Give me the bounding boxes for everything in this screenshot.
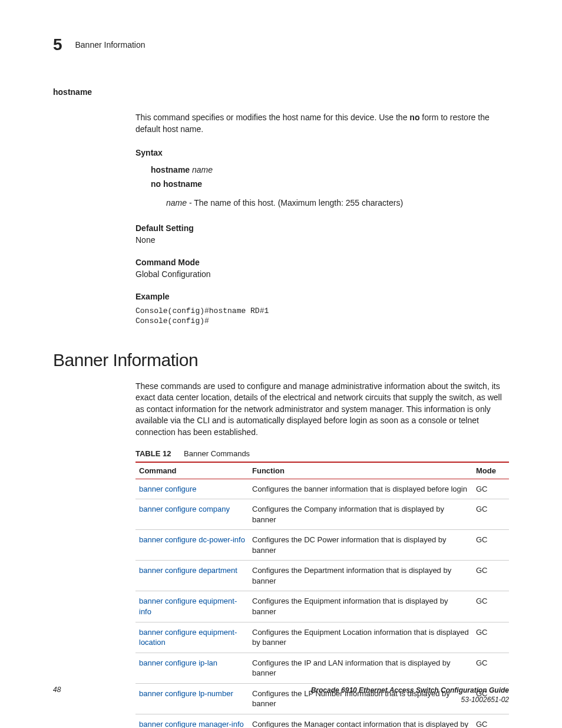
col-mode: Mode <box>472 462 509 479</box>
command-link[interactable]: banner configure manager-info <box>139 720 244 728</box>
cell-function: Configures the Manager contact informati… <box>249 714 472 728</box>
cell-function: Configures the banner information that i… <box>249 479 472 499</box>
cell-function: Configures the Department information th… <box>249 561 472 591</box>
cell-function: Configures the Equipment Location inform… <box>249 622 472 653</box>
doc-number: 53-1002651-02 <box>461 696 509 704</box>
page-header: 5 Banner Information <box>53 35 509 54</box>
mode-value: Global Configuration <box>135 269 509 279</box>
table-row: banner configure departmentConfigures th… <box>135 561 509 591</box>
cell-mode: GC <box>472 479 509 499</box>
section-intro: These commands are used to configure and… <box>135 381 509 439</box>
page-number: 48 <box>53 686 61 694</box>
mode-label: Command Mode <box>135 258 509 267</box>
cell-function: Configures the Equipment information tha… <box>249 591 472 622</box>
syntax-arg-desc: name - The name of this host. (Maximum l… <box>166 196 509 210</box>
table-row: banner configure equipment-infoConfigure… <box>135 591 509 622</box>
cell-command: banner configure <box>135 479 249 499</box>
syntax-cmd: hostname <box>151 165 190 174</box>
command-link[interactable]: banner configure <box>139 485 197 493</box>
hostname-block: This command specifies or modifies the h… <box>135 112 509 327</box>
table-row: banner configure dc-power-infoConfigures… <box>135 530 509 561</box>
table-row: banner configure companyConfigures the C… <box>135 499 509 530</box>
command-link[interactable]: banner configure dc-power-info <box>139 535 245 544</box>
arg-rest: - The name of this host. (Maximum length… <box>187 198 403 207</box>
command-title-hostname: hostname <box>53 87 509 97</box>
doc-title: Brocade 6910 Ethernet Access Switch Conf… <box>311 686 509 694</box>
cell-command: banner configure dc-power-info <box>135 530 249 561</box>
col-function: Function <box>249 462 472 479</box>
cell-command: banner configure equipment-location <box>135 622 249 653</box>
table-row: banner configure manager-infoConfigures … <box>135 714 509 728</box>
example-code: Console(config)#hostname RD#1 Console(co… <box>135 306 509 327</box>
chapter-number: 5 <box>53 35 62 54</box>
cell-mode: GC <box>472 561 509 591</box>
command-link[interactable]: banner configure company <box>139 505 230 513</box>
table-header-row: Command Function Mode <box>135 462 509 479</box>
table-label: TABLE 12 <box>135 449 171 458</box>
cell-mode: GC <box>472 622 509 653</box>
table-caption-text: Banner Commands <box>184 449 250 458</box>
syntax-label: Syntax <box>135 148 509 157</box>
default-value: None <box>135 235 509 245</box>
text: This command specifies or modifies the h… <box>135 113 409 122</box>
cell-command: banner configure company <box>135 499 249 530</box>
doc-id: Brocade 6910 Ethernet Access Switch Conf… <box>311 686 509 704</box>
cell-mode: GC <box>472 530 509 561</box>
breadcrumb: Banner Information <box>75 40 145 50</box>
table-caption: TABLE 12 Banner Commands <box>135 449 509 458</box>
table-row: banner configure ip-lanConfigures the IP… <box>135 653 509 683</box>
table-row: banner configure equipment-locationConfi… <box>135 622 509 653</box>
cell-function: Configures the DC Power information that… <box>249 530 472 561</box>
section-body: These commands are used to configure and… <box>135 381 509 728</box>
arg-name: name <box>166 198 187 207</box>
hostname-desc: This command specifies or modifies the h… <box>135 112 509 135</box>
cell-command: banner configure equipment-info <box>135 591 249 622</box>
cell-function: Configures the Company information that … <box>249 499 472 530</box>
syntax-arg: name <box>192 165 213 174</box>
command-link[interactable]: banner configure ip-lan <box>139 658 217 667</box>
cell-mode: GC <box>472 653 509 683</box>
page: 5 Banner Information hostname This comma… <box>0 0 562 728</box>
page-footer: 48 Brocade 6910 Ethernet Access Switch C… <box>53 686 509 704</box>
default-label: Default Setting <box>135 223 509 233</box>
cell-mode: GC <box>472 499 509 530</box>
command-link[interactable]: banner configure equipment-info <box>139 597 237 616</box>
section-title: Banner Information <box>53 350 509 370</box>
command-link[interactable]: banner configure department <box>139 566 237 575</box>
cell-mode: GC <box>472 591 509 622</box>
cell-command: banner configure ip-lan <box>135 653 249 683</box>
cell-command: banner configure manager-info <box>135 714 249 728</box>
cell-mode: GC <box>472 714 509 728</box>
syntax-line: hostname name <box>151 163 509 177</box>
table-row: banner configureConfigures the banner in… <box>135 479 509 499</box>
command-link[interactable]: banner configure equipment-location <box>139 628 237 647</box>
syntax-body: hostname name no hostname name - The nam… <box>151 163 509 210</box>
cell-function: Configures the IP and LAN information th… <box>249 653 472 683</box>
syntax-no: no hostname <box>151 177 509 192</box>
col-command: Command <box>135 462 249 479</box>
text-bold: no <box>409 113 419 122</box>
example-label: Example <box>135 292 509 301</box>
cell-command: banner configure department <box>135 561 249 591</box>
